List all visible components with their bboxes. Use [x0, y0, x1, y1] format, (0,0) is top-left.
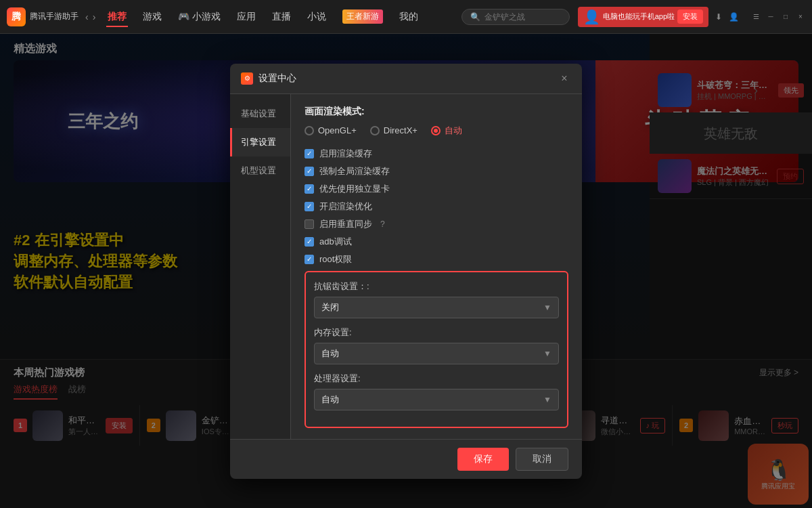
tab-recommend[interactable]: 推荐 [106, 8, 128, 26]
memory-dropdown[interactable]: 自动 ▼ [314, 343, 559, 364]
window-controls: ☰ ─ □ × [751, 12, 805, 22]
processor-dropdown[interactable]: 自动 ▼ [314, 389, 559, 410]
dialog-title-area: ⚙ 设置中心 [241, 72, 296, 85]
checkboxes-section: 启用渲染缓存 强制全局渲染缓存 优先使用独立显卡 开启渲染优化 [304, 148, 568, 266]
search-input[interactable] [484, 12, 561, 22]
app-promo-text: 电脑也能玩手机app啦 [603, 12, 675, 22]
modal-overlay: ⚙ 设置中心 × 基础设置 引擎设置 机型设置 [0, 34, 812, 508]
maximize-btn[interactable]: □ [781, 12, 790, 22]
directx-radio[interactable] [370, 126, 380, 135]
tab-novel[interactable]: 小说 [306, 8, 328, 26]
dialog-content: 画面渲染模式: OpenGL+ DirectX+ [291, 94, 582, 439]
forward-arrow[interactable]: › [93, 12, 96, 22]
search-bar: 🔍 [461, 9, 570, 25]
memory-label: 内存设置: [314, 326, 559, 339]
tab-mine[interactable]: 我的 [398, 8, 420, 26]
top-bar: 腾 腾讯手游助手 ‹ › 推荐 游戏 🎮 小游戏 应用 直播 小说 王者新游 我… [0, 0, 812, 34]
close-btn[interactable]: × [796, 12, 805, 22]
dialog-body: 基础设置 引擎设置 机型设置 画面渲染模式: [230, 94, 582, 439]
render-mode-section: 画面渲染模式: OpenGL+ DirectX+ [304, 105, 568, 137]
dialog-title-text: 设置中心 [258, 72, 296, 85]
memory-value: 自动 [321, 347, 339, 360]
tab-games[interactable]: 游戏 [141, 8, 163, 26]
main-area: 精选游戏 斗 破 苍 穹 三年之约 #2 在引擎设置中 调整内存、处理器等参数 … [0, 34, 812, 508]
checkbox-label-4: 启用垂直同步 [319, 218, 372, 230]
search-icon: 🔍 [470, 12, 480, 22]
checkbox-render-cache[interactable] [304, 149, 314, 158]
antialiasing-value: 关闭 [321, 301, 339, 314]
menu-btn[interactable]: ☰ [751, 12, 761, 22]
tab-mini-games[interactable]: 🎮 小游戏 [177, 8, 222, 26]
auto-radio[interactable] [431, 126, 441, 135]
checkbox-render-opt[interactable] [304, 202, 314, 211]
checkbox-row-5: adb调试 [304, 236, 568, 248]
opengl-radio[interactable] [304, 126, 314, 135]
save-button[interactable]: 保存 [457, 448, 509, 471]
checkbox-row-4: 启用垂直同步 ? [304, 218, 568, 230]
processor-value: 自动 [321, 394, 339, 406]
render-mode-title: 画面渲染模式: [304, 106, 365, 117]
checkbox-label-2: 优先使用独立显卡 [319, 183, 390, 195]
antialiasing-arrow-icon: ▼ [543, 303, 551, 312]
logo-icon: 腾 [7, 7, 26, 26]
checkbox-label-0: 启用渲染缓存 [319, 148, 372, 160]
tab-live[interactable]: 直播 [271, 8, 292, 26]
nav-tabs: 推荐 游戏 🎮 小游戏 应用 直播 小说 王者新游 我的 [106, 7, 461, 26]
checkbox-label-3: 开启渲染优化 [319, 200, 372, 213]
dialog-title-icon: ⚙ [241, 72, 253, 85]
sidebar-device-settings[interactable]: 机型设置 [230, 156, 290, 185]
settings-dialog: ⚙ 设置中心 × 基础设置 引擎设置 机型设置 [230, 64, 582, 479]
download-icon[interactable]: ⬇ [715, 12, 722, 22]
dialog-sidebar: 基础设置 引擎设置 机型设置 [230, 94, 291, 439]
app-title: 腾讯手游助手 [30, 11, 78, 22]
checkbox-label-1: 强制全局渲染缓存 [319, 165, 390, 177]
checkbox-row-3: 开启渲染优化 [304, 200, 568, 213]
checkbox-dedicated-gpu[interactable] [304, 184, 314, 194]
checkbox-vsync[interactable] [304, 219, 314, 229]
memory-arrow-icon: ▼ [543, 349, 551, 358]
antialiasing-label: 抗锯齿设置：: [314, 280, 559, 293]
checkbox-row-2: 优先使用独立显卡 [304, 183, 568, 195]
user-avatar[interactable]: 👤 [729, 12, 739, 22]
checkbox-adb[interactable] [304, 237, 314, 247]
opengl-label: OpenGL+ [318, 125, 357, 135]
checkbox-global-cache[interactable] [304, 167, 314, 176]
checkbox-root[interactable] [304, 255, 314, 264]
processor-label: 处理器设置: [314, 373, 559, 385]
checkbox-row-1: 强制全局渲染缓存 [304, 165, 568, 177]
dialog-footer: 保存 取消 [230, 439, 582, 479]
auto-label: 自动 [445, 125, 462, 137]
auto-render-option[interactable]: 自动 [431, 125, 462, 137]
cancel-button[interactable]: 取消 [516, 448, 568, 471]
checkbox-label-6: root权限 [319, 253, 352, 266]
processor-arrow-icon: ▼ [543, 395, 551, 404]
opengl-option[interactable]: OpenGL+ [304, 125, 357, 135]
dialog-header: ⚙ 设置中心 × [230, 64, 582, 94]
vsync-help-icon[interactable]: ? [380, 219, 385, 229]
tab-apps[interactable]: 应用 [235, 8, 257, 26]
antialiasing-dropdown[interactable]: 关闭 ▼ [314, 297, 559, 318]
checkbox-row-0: 启用渲染缓存 [304, 148, 568, 160]
sidebar-engine-settings[interactable]: 引擎设置 [230, 128, 290, 156]
dialog-close-btn[interactable]: × [558, 72, 571, 85]
nav-arrows: ‹ › [85, 12, 95, 22]
back-arrow[interactable]: ‹ [85, 12, 89, 22]
render-mode-options: OpenGL+ DirectX+ 自动 [304, 125, 568, 137]
top-bar-right: 👤 电脑也能玩手机app啦 安装 ⬇ 👤 ☰ ─ □ × [578, 7, 805, 27]
directx-option[interactable]: DirectX+ [370, 125, 418, 135]
minimize-btn[interactable]: ─ [766, 12, 775, 22]
checkbox-row-6: root权限 [304, 253, 568, 266]
highlighted-settings-box: 抗锯齿设置：: 关闭 ▼ 内存设置: 自动 ▼ 处理器设置: [304, 271, 568, 428]
sidebar-basic-settings[interactable]: 基础设置 [230, 100, 290, 128]
install-button[interactable]: 安装 [677, 9, 703, 24]
tab-special[interactable]: 王者新游 [341, 7, 384, 26]
checkbox-label-5: adb调试 [319, 236, 352, 248]
directx-label: DirectX+ [384, 125, 418, 135]
app-logo: 腾 腾讯手游助手 [7, 7, 78, 26]
